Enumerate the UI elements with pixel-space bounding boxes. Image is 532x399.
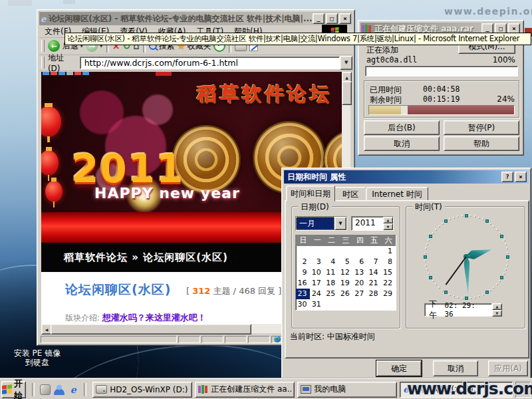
apply-button[interactable]: 应用(A) [488,360,528,376]
calendar-day-24[interactable]: 24 [310,289,324,299]
calendar-day-1[interactable]: 1 [382,246,396,257]
close-button[interactable]: × [339,13,351,24]
calendar-day-15[interactable]: 15 [382,267,396,278]
calendar-day-2[interactable]: 2 [296,257,310,267]
datetime-titlebar[interactable]: 日期和时间 属性 ? × [284,170,529,184]
calendar-day-28[interactable]: 28 [367,289,381,299]
calendar-day-10[interactable]: 10 [310,267,324,278]
calendar-day-29[interactable]: 29 [382,289,396,299]
clock-minute-mark [474,297,475,298]
calendar-day-12[interactable]: 12 [338,267,352,278]
calendar-day-25[interactable]: 25 [325,289,338,299]
month-combobox[interactable]: 一月 ▼ [295,216,347,231]
lantern-decoration [41,150,59,176]
clock-minute-mark [482,218,483,219]
year-up-button[interactable]: ▲ [383,217,393,223]
address-label: 地址(D) [48,53,76,73]
taskbar-task-my-computer[interactable]: 我的电脑 [297,382,397,398]
clock-hour-mark [485,219,489,223]
year-down-button[interactable]: ▼ [383,223,393,230]
calendar-day-14[interactable]: 14 [367,267,381,278]
calendar-day-23[interactable]: 23 [296,289,310,299]
calendar-day-21[interactable]: 21 [367,278,381,289]
start-button[interactable]: 开始 [1,381,26,398]
calendar-weekday: 四 [353,235,367,246]
calendar-day-22[interactable]: 22 [382,278,396,289]
progress-segment-done [369,106,401,114]
cancel-button[interactable]: 取消 [364,136,440,151]
clock-minute-mark [489,223,491,224]
clock-minute-mark [428,273,429,274]
address-dropdown-button[interactable]: ▼ [340,56,352,70]
timezone-status-text: 当前时区: 中国标准时间 [290,331,375,342]
ie-titlebar[interactable]: e 论坛闲聊区(水区) - 稻草软件论坛-专业的电脑交流社区 软件|技术|电脑|… [39,12,352,25]
clock-minute-mark [505,243,506,245]
clock-minute-mark [424,260,426,261]
pause-button[interactable]: 暂停(P) [444,120,519,135]
calendar-day-4[interactable]: 4 [325,257,338,267]
clock-minute-mark [496,229,497,230]
year-spin-buttons[interactable]: ▲ ▼ [383,217,393,230]
calendar-empty-cell [325,299,338,310]
messenger-user-icon[interactable] [54,384,65,395]
time-spin-buttons[interactable]: ▲ ▼ [492,303,502,317]
lantern-decoration [45,181,63,202]
close-button[interactable]: × [515,172,527,182]
tab-date-time[interactable]: 时间和日期 [286,186,335,201]
maximize-button[interactable]: □ [326,13,338,24]
calendar-day-30[interactable]: 30 [296,299,310,310]
calendar-day-27[interactable]: 27 [353,289,367,299]
year-spinner[interactable]: 2011 ▲ ▼ [351,216,394,231]
calendar-day-6[interactable]: 6 [353,257,367,267]
calendar-day-20[interactable]: 20 [353,278,367,289]
clock-minute-mark [462,297,463,299]
taskbar-task-hd2-drive[interactable]: HD2_OS-WinXP (D:) [92,382,192,398]
remaining-label: 剩余时间 [370,94,402,106]
clock-minute-mark [499,232,500,233]
calendar-day-16[interactable]: 16 [296,278,310,289]
status-pane [178,336,200,343]
desktop: www.deepin.org 安装 PE 镜像 到硬盘 e 论坛闲聊区(水区) … [0,0,532,399]
calendar-day-18[interactable]: 18 [325,278,338,289]
calendar-day-7[interactable]: 7 [367,257,381,267]
time-down-button[interactable]: ▼ [492,310,502,317]
calendar-day-19[interactable]: 19 [338,278,352,289]
calendar-day-17[interactable]: 17 [310,278,324,289]
calendar-day-8[interactable]: 8 [382,257,396,267]
cancel-button[interactable]: 取消 [433,360,478,376]
ie-window-title: 论坛闲聊区(水区) - 稻草软件论坛-专业的电脑交流社区 软件|技术|电脑|..… [49,13,313,25]
address-input[interactable]: http://www.dcrjs.com/forum-6-1.html [80,57,340,69]
desktop-icon-partial[interactable] [63,0,75,4]
tab-internet-time[interactable]: Internet 时间 [366,187,428,201]
calendar-day-5[interactable]: 5 [338,257,352,267]
taskbar-task-winrar[interactable]: 正在创建压缩文件 aa... [195,382,295,398]
calendar-day-13[interactable]: 13 [353,267,367,278]
addressbar-grip[interactable] [41,57,45,68]
calendar-day-26[interactable]: 26 [338,289,352,299]
tab-timezone[interactable]: 时区 [334,187,366,201]
calendar-empty-cell [367,246,381,257]
file-percent: 100% [493,55,515,65]
clock-minute-mark [449,218,450,219]
ok-button[interactable]: 确定 [376,360,422,376]
forum-title-link[interactable]: 论坛闲聊区(水区) [65,281,171,299]
minimize-button[interactable]: _ [313,13,325,24]
calendar-day-3[interactable]: 3 [310,257,324,267]
background-button[interactable]: 后台(B) [364,120,440,135]
desktop-shortcut-label[interactable]: 安装 PE 镜像 到硬盘 [4,348,70,367]
back-icon: ← [48,40,60,52]
time-up-button[interactable]: ▲ [492,303,502,310]
show-desktop-icon[interactable] [40,384,51,395]
help-button[interactable]: ? [501,172,513,182]
calendar-day-9[interactable]: 9 [296,267,310,278]
calendar-day-11[interactable]: 11 [325,267,338,278]
help-button[interactable]: 帮助 [444,136,519,151]
desktop-icon-partial[interactable] [8,0,32,6]
month-dropdown-button[interactable]: ▼ [334,217,346,230]
ie-quicklaunch-icon[interactable]: e [68,384,78,395]
time-input[interactable]: 下午 02: 29: 36 [424,303,492,317]
toolbar-grip[interactable] [41,40,45,52]
vertical-scroll-thumb[interactable] [342,81,352,105]
horizontal-scroll-thumb[interactable] [51,324,251,334]
calendar-day-31[interactable]: 31 [310,299,324,310]
